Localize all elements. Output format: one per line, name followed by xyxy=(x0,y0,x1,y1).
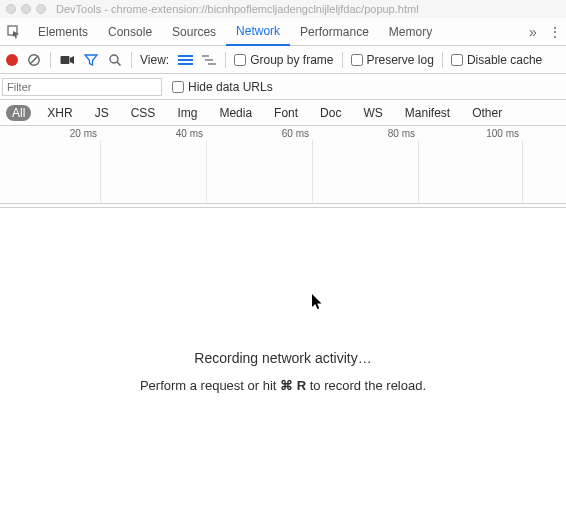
timeline-gridline xyxy=(206,140,207,203)
devtools-tabbar: ElementsConsoleSourcesNetworkPerformance… xyxy=(0,18,566,46)
svg-line-2 xyxy=(30,56,37,63)
preserve-log-input[interactable] xyxy=(351,54,363,66)
group-by-frame-label: Group by frame xyxy=(250,53,333,67)
preserve-log-label: Preserve log xyxy=(367,53,434,67)
filter-input[interactable] xyxy=(2,78,162,96)
cursor-icon xyxy=(312,294,324,310)
recording-hint-text: Perform a request or hit ⌘ R to record t… xyxy=(0,378,566,393)
hide-data-urls-input[interactable] xyxy=(172,81,184,93)
search-icon[interactable] xyxy=(107,52,123,68)
view-label: View: xyxy=(140,53,169,67)
network-toolbar: View: Group by frame Preserve log Disabl… xyxy=(0,46,566,74)
timeline-tick-label: 80 ms xyxy=(388,128,418,139)
svg-line-5 xyxy=(117,62,121,66)
type-filter-other[interactable]: Other xyxy=(466,105,508,121)
record-button[interactable] xyxy=(6,54,18,66)
svg-rect-10 xyxy=(205,59,213,61)
waterfall-toggle-icon[interactable] xyxy=(201,52,217,68)
type-filter-ws[interactable]: WS xyxy=(357,105,388,121)
group-by-frame-checkbox[interactable]: Group by frame xyxy=(234,53,333,67)
svg-point-4 xyxy=(110,55,118,63)
hide-data-urls-checkbox[interactable]: Hide data URLs xyxy=(172,80,273,94)
svg-rect-9 xyxy=(202,55,209,57)
network-body: Recording network activity… Perform a re… xyxy=(0,208,566,520)
timeline-tick-label: 40 ms xyxy=(176,128,206,139)
settings-kebab-icon[interactable]: ⋮ xyxy=(544,24,566,40)
svg-rect-8 xyxy=(178,63,193,65)
type-filter-css[interactable]: CSS xyxy=(125,105,162,121)
timeline-overview[interactable]: 20 ms40 ms60 ms80 ms100 ms xyxy=(0,126,566,204)
type-filter-js[interactable]: JS xyxy=(89,105,115,121)
tab-performance[interactable]: Performance xyxy=(290,18,379,46)
group-by-frame-input[interactable] xyxy=(234,54,246,66)
timeline-gridline xyxy=(418,140,419,203)
large-rows-icon[interactable] xyxy=(177,52,193,68)
inspect-icon[interactable] xyxy=(0,25,28,39)
disable-cache-input[interactable] xyxy=(451,54,463,66)
svg-rect-6 xyxy=(178,55,193,57)
zoom-window-dot[interactable] xyxy=(36,4,46,14)
recording-status-text: Recording network activity… xyxy=(0,350,566,366)
type-filter-all[interactable]: All xyxy=(6,105,31,121)
timeline-gridline xyxy=(100,140,101,203)
type-filter-img[interactable]: Img xyxy=(171,105,203,121)
type-filter-font[interactable]: Font xyxy=(268,105,304,121)
tabs-overflow-icon[interactable]: » xyxy=(522,24,544,40)
timeline-tick-label: 20 ms xyxy=(70,128,100,139)
request-type-bar: AllXHRJSCSSImgMediaFontDocWSManifestOthe… xyxy=(0,100,566,126)
tab-network[interactable]: Network xyxy=(226,18,290,46)
window-titlebar: DevTools - chrome-extension://bicnhpofle… xyxy=(0,0,566,18)
filter-icon[interactable] xyxy=(83,52,99,68)
minimize-window-dot[interactable] xyxy=(21,4,31,14)
hint-prefix: Perform a request or hit xyxy=(140,378,280,393)
type-filter-media[interactable]: Media xyxy=(213,105,258,121)
tab-console[interactable]: Console xyxy=(98,18,162,46)
timeline-gridline xyxy=(522,140,523,203)
timeline-gridline xyxy=(312,140,313,203)
window-title: DevTools - chrome-extension://bicnhpofle… xyxy=(56,3,419,15)
tab-memory[interactable]: Memory xyxy=(379,18,442,46)
type-filter-manifest[interactable]: Manifest xyxy=(399,105,456,121)
traffic-lights xyxy=(6,4,46,14)
camera-icon[interactable] xyxy=(59,52,75,68)
filter-bar: Hide data URLs xyxy=(0,74,566,100)
timeline-tick-label: 100 ms xyxy=(486,128,522,139)
disable-cache-checkbox[interactable]: Disable cache xyxy=(451,53,542,67)
close-window-dot[interactable] xyxy=(6,4,16,14)
type-filter-doc[interactable]: Doc xyxy=(314,105,347,121)
clear-icon[interactable] xyxy=(26,52,42,68)
hide-data-urls-label: Hide data URLs xyxy=(188,80,273,94)
svg-rect-3 xyxy=(60,56,69,64)
preserve-log-checkbox[interactable]: Preserve log xyxy=(351,53,434,67)
disable-cache-label: Disable cache xyxy=(467,53,542,67)
hint-suffix: to record the reload. xyxy=(306,378,426,393)
timeline-tick-label: 60 ms xyxy=(282,128,312,139)
svg-rect-11 xyxy=(208,63,216,65)
tab-elements[interactable]: Elements xyxy=(28,18,98,46)
hint-key: ⌘ R xyxy=(280,378,306,393)
svg-rect-7 xyxy=(178,59,193,61)
type-filter-xhr[interactable]: XHR xyxy=(41,105,78,121)
tab-sources[interactable]: Sources xyxy=(162,18,226,46)
